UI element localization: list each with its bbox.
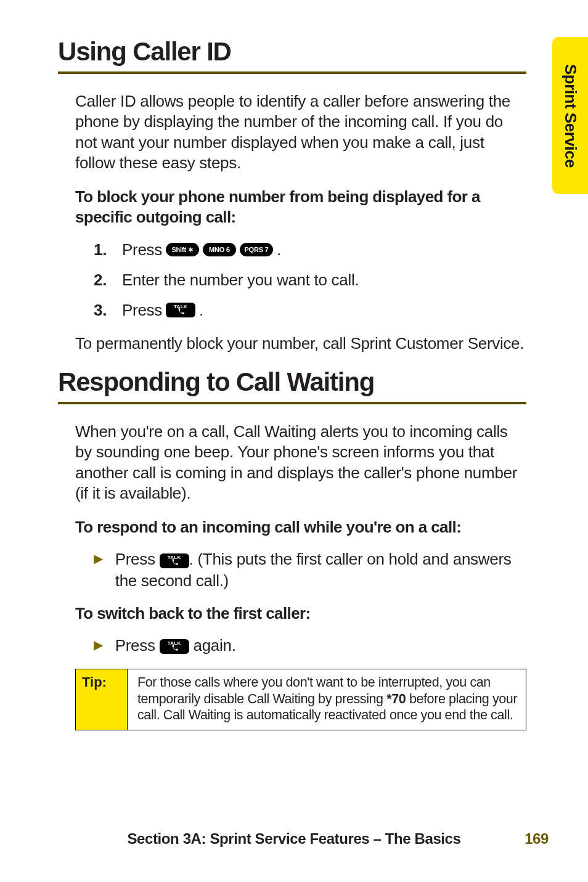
tip-label: Tip: — [76, 669, 128, 730]
bullet-list-respond: ▶ Press . (This puts the first caller on… — [94, 549, 526, 591]
side-tab: Sprint Service — [552, 37, 588, 194]
bullet-text-pre: Press — [115, 636, 155, 655]
step-text: Enter the number you want to call. — [122, 269, 359, 291]
step-text: Press — [122, 239, 162, 261]
tip-body: For those calls where you don't want to … — [128, 669, 526, 730]
heading-rule — [58, 402, 526, 404]
steps-list: 1. Press Shift ✶ MNO 6 PQRS 7. 2. Enter … — [94, 239, 526, 321]
talk-key-icon — [160, 553, 189, 568]
bullet-text-pre: Press — [115, 550, 155, 568]
bullet-marker-icon: ▶ — [94, 549, 103, 591]
subheading-block-number: To block your phone number from being di… — [75, 187, 526, 228]
step-number: 3. — [94, 300, 110, 321]
key-pqrs-7: PQRS 7 — [240, 243, 273, 256]
talk-key-icon — [160, 639, 189, 654]
paragraph-caller-id: Caller ID allows people to identify a ca… — [75, 91, 526, 173]
bullet-item: ▶ Press again. — [94, 635, 526, 656]
paragraph-call-waiting: When you're on a call, Call Waiting aler… — [75, 422, 526, 504]
tip-keys: *70 — [386, 692, 406, 706]
talk-key-icon — [166, 303, 195, 317]
step-text: Press — [122, 300, 162, 321]
page-number: 169 — [525, 830, 549, 847]
bullet-marker-icon: ▶ — [94, 635, 103, 656]
bullet-item: ▶ Press . (This puts the first caller on… — [94, 549, 526, 591]
step-number: 2. — [94, 269, 110, 291]
subheading-respond: To respond to an incoming call while you… — [75, 517, 526, 537]
paragraph-permanent-block: To permanently block your number, call S… — [75, 333, 526, 354]
heading-caller-id: Using Caller ID — [58, 37, 526, 67]
page-footer: Section 3A: Sprint Service Features – Th… — [0, 830, 588, 847]
bullet-list-switch: ▶ Press again. — [94, 635, 526, 656]
heading-rule — [58, 71, 526, 74]
step-3: 3. Press . — [94, 300, 526, 321]
side-tab-label: Sprint Service — [561, 64, 580, 168]
heading-call-waiting: Responding to Call Waiting — [58, 367, 526, 397]
step-number: 1. — [94, 239, 110, 261]
bullet-text-post: again. — [189, 636, 236, 655]
footer-section-title: Section 3A: Sprint Service Features – Th… — [127, 830, 460, 847]
page-content: Using Caller ID Caller ID allows people … — [58, 37, 526, 730]
tip-box: Tip: For those calls where you don't wan… — [75, 669, 526, 731]
step-punct: . — [277, 239, 281, 261]
step-punct: . — [199, 300, 203, 321]
key-shift-star: Shift ✶ — [166, 243, 199, 256]
subheading-switch: To switch back to the first caller: — [75, 603, 526, 624]
step-1: 1. Press Shift ✶ MNO 6 PQRS 7. — [94, 239, 526, 261]
key-mno-6: MNO 6 — [203, 243, 236, 256]
step-2: 2. Enter the number you want to call. — [94, 269, 526, 291]
